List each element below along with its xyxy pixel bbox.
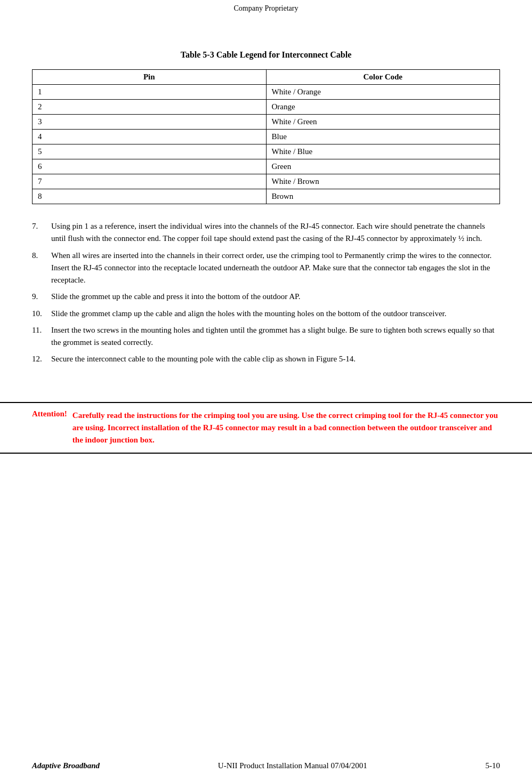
step-text: Secure the interconnect cable to the mou… bbox=[51, 353, 500, 365]
table-cell: White / Brown bbox=[266, 174, 500, 189]
step-number: 10. bbox=[32, 308, 51, 320]
table-row: 3White / Green bbox=[33, 115, 500, 130]
footer-company: Adaptive Broadband bbox=[32, 761, 100, 770]
table-row: 7White / Brown bbox=[33, 174, 500, 189]
table-body: 1White / Orange2Orange3White / Green4Blu… bbox=[33, 85, 500, 204]
footer-manual: U-NII Product Installation Manual 07/04/… bbox=[218, 761, 367, 770]
step-number: 7. bbox=[32, 220, 51, 245]
table-cell: 4 bbox=[33, 130, 267, 144]
instructions: 7.Using pin 1 as a reference, insert the… bbox=[32, 220, 500, 366]
attention-text: Carefully read the instructions for the … bbox=[72, 409, 500, 447]
page-footer: Adaptive Broadband U-NII Product Install… bbox=[0, 761, 532, 770]
table-row: 2Orange bbox=[33, 100, 500, 115]
header-title: Company Proprietary bbox=[234, 4, 299, 12]
table-title: Table 5-3 Cable Legend for Interconnect … bbox=[32, 50, 500, 60]
table-cell: 2 bbox=[33, 100, 267, 115]
table-row: 1White / Orange bbox=[33, 85, 500, 100]
steps-container: 7.Using pin 1 as a reference, insert the… bbox=[32, 220, 500, 366]
step-text: Slide the grommet up the cable and press… bbox=[51, 291, 500, 303]
step-text: Insert the two screws in the mounting ho… bbox=[51, 324, 500, 349]
table-cell: 7 bbox=[33, 174, 267, 189]
table-row: 4Blue bbox=[33, 130, 500, 144]
step-number: 12. bbox=[32, 353, 51, 365]
footer-page: 5-10 bbox=[486, 761, 501, 770]
footer-line: Adaptive Broadband U-NII Product Install… bbox=[32, 761, 500, 770]
step-text: Slide the grommet clamp up the cable and… bbox=[51, 308, 500, 320]
step: 8.When all wires are inserted into the c… bbox=[32, 249, 500, 287]
step: 11.Insert the two screws in the mounting… bbox=[32, 324, 500, 349]
table-row: 5White / Blue bbox=[33, 144, 500, 159]
table-row: 6Green bbox=[33, 159, 500, 174]
page-content: Table 5-3 Cable Legend for Interconnect … bbox=[0, 13, 532, 381]
table-cell: 6 bbox=[33, 159, 267, 174]
cable-legend-table: Pin Color Code 1White / Orange2Orange3Wh… bbox=[32, 69, 500, 204]
attention-label: Attention! bbox=[32, 409, 67, 447]
table-cell: White / Green bbox=[266, 115, 500, 130]
table-row: 8Brown bbox=[33, 189, 500, 204]
table-cell: Green bbox=[266, 159, 500, 174]
table-cell: 1 bbox=[33, 85, 267, 100]
table-cell: 3 bbox=[33, 115, 267, 130]
company-name: Adaptive Broadband bbox=[32, 761, 100, 770]
step: 9.Slide the grommet up the cable and pre… bbox=[32, 291, 500, 303]
table-cell: White / Orange bbox=[266, 85, 500, 100]
table-cell: Brown bbox=[266, 189, 500, 204]
attention-box: Attention! Carefully read the instructio… bbox=[0, 402, 532, 454]
col-pin: Pin bbox=[33, 70, 267, 85]
table-cell: Orange bbox=[266, 100, 500, 115]
step-text: When all wires are inserted into the cha… bbox=[51, 249, 500, 287]
step-number: 9. bbox=[32, 291, 51, 303]
step-text: Using pin 1 as a reference, insert the i… bbox=[51, 220, 500, 245]
page-header: Company Proprietary bbox=[0, 0, 532, 13]
step: 10.Slide the grommet clamp up the cable … bbox=[32, 308, 500, 320]
table-header-row: Pin Color Code bbox=[33, 70, 500, 85]
step-number: 8. bbox=[32, 249, 51, 287]
table-cell: 5 bbox=[33, 144, 267, 159]
table-cell: Blue bbox=[266, 130, 500, 144]
step: 7.Using pin 1 as a reference, insert the… bbox=[32, 220, 500, 245]
table-cell: 8 bbox=[33, 189, 267, 204]
table-cell: White / Blue bbox=[266, 144, 500, 159]
step-number: 11. bbox=[32, 324, 51, 349]
col-color-code: Color Code bbox=[266, 70, 500, 85]
step: 12.Secure the interconnect cable to the … bbox=[32, 353, 500, 365]
